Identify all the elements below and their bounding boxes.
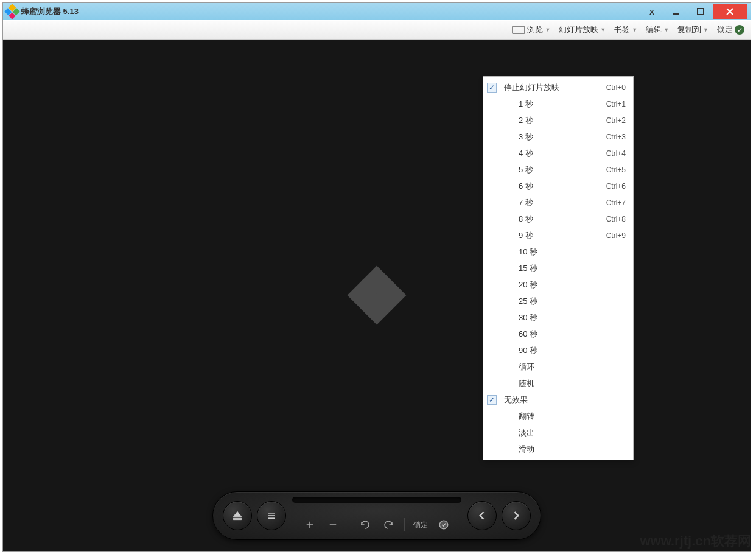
dropdown-item-label: 90 秒: [502, 345, 626, 356]
dropdown-item-11[interactable]: ✓15 秒: [483, 260, 633, 276]
dropdown-item-label: 9 秒: [502, 230, 606, 241]
dropdown-item-label: 60 秒: [502, 329, 626, 340]
dropdown-item-label: 20 秒: [502, 279, 626, 290]
dropdown-item-shortcut: Ctrl+5: [606, 166, 626, 174]
dropdown-item-shortcut: Ctrl+7: [606, 198, 626, 207]
slideshow-menu[interactable]: 幻灯片放映▼: [559, 24, 606, 35]
help-button[interactable]: x: [640, 4, 664, 19]
dropdown-item-shortcut: Ctrl+8: [606, 215, 626, 223]
dropdown-item-15[interactable]: ✓60 秒: [483, 326, 633, 342]
player-bar: 锁定: [212, 491, 541, 540]
maximize-button[interactable]: [688, 4, 713, 19]
dropdown-item-label: 10 秒: [502, 247, 626, 258]
bookmark-menu[interactable]: 书签▼: [614, 24, 637, 35]
lock-toggle[interactable]: 锁定✓: [717, 24, 744, 35]
dropdown-item-label: 1 秒: [502, 99, 606, 110]
dropdown-item-8[interactable]: ✓8 秒Ctrl+8: [483, 211, 633, 227]
dropdown-item-4[interactable]: ✓4 秒Ctrl+4: [483, 145, 633, 161]
app-window: 蜂蜜浏览器 5.13 x 浏览▼ 幻灯片放映▼ 书签▼ 编辑▼ 复制到▼ 锁定✓…: [2, 2, 751, 552]
dropdown-item-label: 随机: [502, 378, 626, 389]
dropdown-item-label: 循环: [502, 362, 626, 373]
edit-menu[interactable]: 编辑▼: [646, 24, 669, 35]
dropdown-item-21[interactable]: ✓淡出: [483, 424, 633, 441]
watermark: www.rjtj.cn软荐网: [640, 532, 751, 550]
dropdown-item-shortcut: Ctrl+2: [606, 116, 626, 125]
dropdown-item-0[interactable]: ✓停止幻灯片放映Ctrl+0: [483, 79, 633, 96]
copyto-menu[interactable]: 复制到▼: [677, 24, 709, 35]
viewer-area: ✓停止幻灯片放映Ctrl+0✓1 秒Ctrl+1✓2 秒Ctrl+2✓3 秒Ct…: [3, 40, 751, 551]
slideshow-dropdown: ✓停止幻灯片放映Ctrl+0✓1 秒Ctrl+1✓2 秒Ctrl+2✓3 秒Ct…: [483, 76, 634, 460]
dropdown-item-label: 淡出: [502, 427, 626, 438]
dropdown-item-label: 无效果: [502, 394, 626, 405]
progress-track[interactable]: [292, 497, 461, 503]
divider: [404, 518, 405, 531]
dropdown-item-13[interactable]: ✓25 秒: [483, 293, 633, 309]
zoom-out-button[interactable]: [326, 517, 340, 532]
dropdown-item-label: 8 秒: [502, 214, 606, 225]
dropdown-item-14[interactable]: ✓30 秒: [483, 309, 633, 326]
dropdown-item-2[interactable]: ✓2 秒Ctrl+2: [483, 112, 633, 128]
dropdown-item-label: 2 秒: [502, 115, 606, 126]
svg-point-10: [439, 521, 448, 529]
confirm-button[interactable]: [436, 517, 451, 532]
dropdown-item-1[interactable]: ✓1 秒Ctrl+1: [483, 96, 633, 112]
dropdown-item-22[interactable]: ✓滑动: [483, 441, 633, 457]
dropdown-item-label: 翻转: [502, 411, 626, 422]
dropdown-item-label: 滑动: [502, 444, 626, 455]
dropdown-item-16[interactable]: ✓90 秒: [483, 342, 633, 359]
display-mode-button[interactable]: 浏览▼: [512, 24, 550, 35]
dropdown-item-18[interactable]: ✓随机: [483, 375, 633, 391]
dropdown-item-label: 7 秒: [502, 197, 606, 208]
prev-button[interactable]: [467, 501, 497, 530]
lock-label-bottom[interactable]: 锁定: [413, 517, 428, 532]
check-icon: ✓: [487, 395, 497, 405]
dropdown-item-5[interactable]: ✓5 秒Ctrl+5: [483, 161, 633, 178]
dropdown-item-19[interactable]: ✓无效果: [483, 391, 633, 408]
dropdown-item-shortcut: Ctrl+0: [606, 83, 626, 92]
placeholder-logo: [349, 268, 404, 323]
dropdown-item-9[interactable]: ✓9 秒Ctrl+9: [483, 227, 633, 244]
display-icon: [512, 26, 525, 34]
dropdown-item-20[interactable]: ✓翻转: [483, 408, 633, 424]
dropdown-item-label: 6 秒: [502, 181, 606, 192]
close-button[interactable]: [713, 4, 747, 19]
dropdown-item-shortcut: Ctrl+9: [606, 231, 626, 240]
app-icon: [4, 4, 19, 19]
rotate-right-button[interactable]: [381, 517, 396, 532]
dropdown-item-6[interactable]: ✓6 秒Ctrl+6: [483, 178, 633, 194]
zoom-in-button[interactable]: [303, 517, 317, 532]
dropdown-item-3[interactable]: ✓3 秒Ctrl+3: [483, 128, 633, 145]
dropdown-item-label: 15 秒: [502, 263, 626, 274]
dropdown-item-shortcut: Ctrl+3: [606, 133, 626, 141]
dropdown-item-label: 3 秒: [502, 131, 606, 142]
minimize-button[interactable]: [664, 4, 688, 19]
dropdown-item-17[interactable]: ✓循环: [483, 359, 633, 375]
dropdown-item-7[interactable]: ✓7 秒Ctrl+7: [483, 194, 633, 211]
check-icon: ✓: [487, 83, 497, 93]
rotate-left-button[interactable]: [358, 517, 373, 532]
window-title: 蜂蜜浏览器 5.13: [21, 6, 79, 17]
check-icon: ✓: [735, 25, 744, 35]
dropdown-item-label: 30 秒: [502, 312, 626, 323]
dropdown-item-label: 25 秒: [502, 296, 626, 307]
dropdown-item-shortcut: Ctrl+1: [606, 100, 626, 108]
eject-button[interactable]: [223, 501, 252, 530]
dropdown-item-label: 停止幻灯片放映: [502, 82, 606, 93]
dropdown-item-12[interactable]: ✓20 秒: [483, 276, 633, 293]
dropdown-item-shortcut: Ctrl+6: [606, 182, 626, 191]
svg-rect-1: [698, 9, 704, 15]
titlebar: 蜂蜜浏览器 5.13 x: [3, 3, 751, 20]
dropdown-item-label: 5 秒: [502, 164, 606, 175]
divider: [349, 518, 349, 531]
dropdown-item-10[interactable]: ✓10 秒: [483, 244, 633, 260]
menu-button[interactable]: [257, 501, 286, 530]
dropdown-item-label: 4 秒: [502, 148, 606, 159]
dropdown-item-shortcut: Ctrl+4: [606, 149, 626, 158]
toolbar: 浏览▼ 幻灯片放映▼ 书签▼ 编辑▼ 复制到▼ 锁定✓: [3, 20, 751, 40]
next-button[interactable]: [502, 501, 531, 530]
